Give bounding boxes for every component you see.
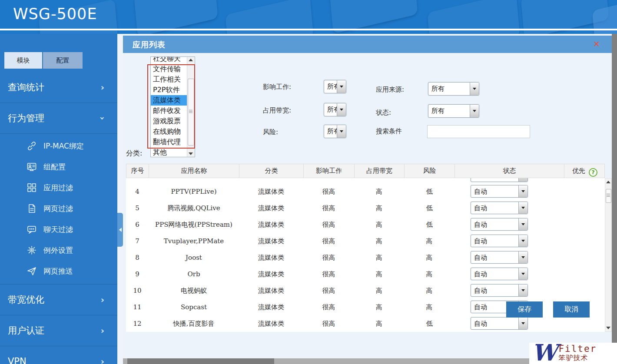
sidebar-item-label: 组配置 <box>43 162 66 172</box>
cell-bandwidth: 高 <box>354 249 404 266</box>
sidebar-group-vpn[interactable]: VPN › <box>0 346 117 364</box>
cell-risk: 高 <box>404 233 454 249</box>
risk-filter-select[interactable]: 所有 <box>324 125 346 138</box>
cell-impact: 很高 <box>303 315 354 332</box>
dropdown-arrow-icon[interactable] <box>518 251 527 263</box>
listbox-item[interactable]: 邮件收发 <box>151 106 187 116</box>
scroll-up-icon[interactable] <box>606 181 610 183</box>
sidebar-item-ip-mac-binding[interactable]: IP-MAC绑定 <box>0 136 117 156</box>
dropdown-arrow-icon[interactable] <box>470 105 479 117</box>
cell-app-name: 快播,百度影音 <box>149 315 239 332</box>
search-input[interactable] <box>427 125 530 138</box>
clipped-status-select[interactable] <box>471 178 528 182</box>
dropdown-arrow-icon[interactable] <box>518 218 527 230</box>
dropdown-arrow-icon[interactable] <box>337 80 346 93</box>
id-card-icon <box>26 161 37 172</box>
listbox-item[interactable]: 文件传输 <box>151 64 187 74</box>
sidebar-item-chat-filter[interactable]: 聊天过滤 <box>0 219 117 240</box>
dropdown-arrow-icon[interactable] <box>518 318 527 329</box>
cell-category: 流媒体类 <box>239 282 303 299</box>
category-listbox[interactable]: 社交聊天 文件传输 工作相关 P2P软件 流媒体类 邮件收发 游戏股票 在线购物… <box>150 56 195 157</box>
listbox-item[interactable]: 游戏股票 <box>151 116 187 126</box>
dropdown-arrow-icon[interactable] <box>518 235 527 247</box>
tab-module[interactable]: 模块 <box>4 52 42 69</box>
status-select[interactable]: 自动 <box>471 235 528 247</box>
tab-config[interactable]: 配置 <box>43 52 83 69</box>
status-select[interactable]: 自动 <box>471 185 528 198</box>
dropdown-arrow-icon[interactable] <box>518 268 527 280</box>
dropdown-arrow-icon[interactable] <box>337 103 346 116</box>
cell-impact: 很高 <box>303 216 354 233</box>
cell-bandwidth: 高 <box>354 315 404 332</box>
status-select[interactable]: 自动 <box>471 202 528 214</box>
cancel-button[interactable]: 取消 <box>553 301 590 318</box>
cell-status: 自动 <box>454 249 564 266</box>
dropdown-arrow-icon[interactable] <box>518 202 527 214</box>
sidebar-group-bandwidth[interactable]: 带宽优化 › <box>0 284 117 315</box>
listbox-item[interactable]: 社交聊天 <box>151 56 187 64</box>
help-icon[interactable]: ? <box>589 168 597 177</box>
cell-app-name: Sopcast <box>149 299 239 315</box>
listbox-item[interactable]: P2P软件 <box>151 85 187 95</box>
sidebar-item-group-config[interactable]: 组配置 <box>0 156 117 177</box>
sidebar-item-web-push[interactable]: 网页推送 <box>0 261 117 281</box>
sidebar: 模块 配置 查询统计 › 行为管理 › IP-MAC绑定 组配置 应用过滤 <box>0 34 117 364</box>
sidebar-item-app-filter[interactable]: 应用过滤 <box>0 177 117 198</box>
dropdown-arrow-icon[interactable] <box>518 178 527 182</box>
window-scrollbar-strip[interactable] <box>612 34 617 364</box>
dropdown-arrow-icon[interactable] <box>518 185 527 197</box>
table-row: 8 Joost 流媒体类 很高 高 高 自动 <box>126 249 605 266</box>
col-header-priority: 优先? <box>564 164 605 178</box>
dropdown-arrow-icon[interactable] <box>518 285 527 296</box>
status-select[interactable]: 自动 <box>471 218 528 231</box>
cell-priority <box>564 183 605 200</box>
cell-priority <box>564 233 605 249</box>
status-select[interactable]: 自动 <box>471 317 528 330</box>
cell-no: 8 <box>126 249 149 266</box>
status-select[interactable]: 自动 <box>471 284 528 297</box>
chat-icon <box>26 224 37 235</box>
status-select[interactable]: 自动 <box>471 251 528 264</box>
scroll-down-icon[interactable] <box>189 152 193 155</box>
link-icon <box>26 140 37 152</box>
listbox-items: 社交聊天 文件传输 工作相关 P2P软件 流媒体类 邮件收发 游戏股票 在线购物… <box>151 56 187 157</box>
cell-impact: 很高 <box>303 282 354 299</box>
gear-icon <box>26 245 37 256</box>
horizontal-scrollbar-thumb[interactable] <box>127 358 274 364</box>
table-scrollbar[interactable] <box>605 178 612 332</box>
listbox-item[interactable]: 在线购物 <box>151 126 187 137</box>
listbox-item[interactable]: 其他 <box>151 147 187 157</box>
select-value: 自动 <box>474 251 487 263</box>
listbox-scrollbar-thumb[interactable] <box>188 79 194 146</box>
listbox-item[interactable]: 流媒体类 <box>151 95 187 106</box>
sidebar-group-query-stats[interactable]: 查询统计 › <box>0 72 117 103</box>
sidebar-collapse-handle[interactable] <box>117 213 123 247</box>
listbox-item[interactable]: 翻墙代理 <box>151 137 187 147</box>
dropdown-arrow-icon[interactable] <box>470 83 479 95</box>
risk-filter-label: 风险: <box>263 128 278 136</box>
status-select[interactable]: 自动 <box>471 268 528 280</box>
sidebar-item-exception-settings[interactable]: 例外设置 <box>0 240 117 261</box>
cell-no: 11 <box>126 299 149 315</box>
cell-bandwidth: 高 <box>354 282 404 299</box>
sidebar-group-behavior-mgmt[interactable]: 行为管理 › <box>0 103 117 133</box>
listbox-item[interactable]: 工作相关 <box>151 74 187 85</box>
impact-filter-select[interactable]: 所有 <box>324 80 346 93</box>
cell-no: 7 <box>126 233 149 249</box>
table-scrollbar-thumb[interactable] <box>606 189 611 203</box>
close-icon[interactable]: ✕ <box>593 39 600 49</box>
sidebar-item-web-filter[interactable]: 网页过滤 <box>0 198 117 219</box>
source-filter-label: 应用来源: <box>376 86 404 94</box>
sidebar-group-user-auth[interactable]: 用户认证 › <box>0 315 117 346</box>
source-filter-select[interactable]: 所有 <box>428 82 479 96</box>
status-filter-select[interactable]: 所有 <box>428 104 479 118</box>
save-button[interactable]: 保存 <box>506 301 543 318</box>
listbox-scrollbar[interactable] <box>187 57 195 157</box>
dropdown-arrow-icon[interactable] <box>337 125 346 138</box>
panel-titlebar: 应用列表 ✕ <box>123 36 612 53</box>
cell-no: 12 <box>126 315 149 332</box>
cell-impact: 很高 <box>303 249 354 266</box>
scroll-down-icon[interactable] <box>606 327 610 329</box>
scroll-up-icon[interactable] <box>189 59 193 61</box>
bandwidth-filter-select[interactable]: 所有 <box>324 103 346 116</box>
